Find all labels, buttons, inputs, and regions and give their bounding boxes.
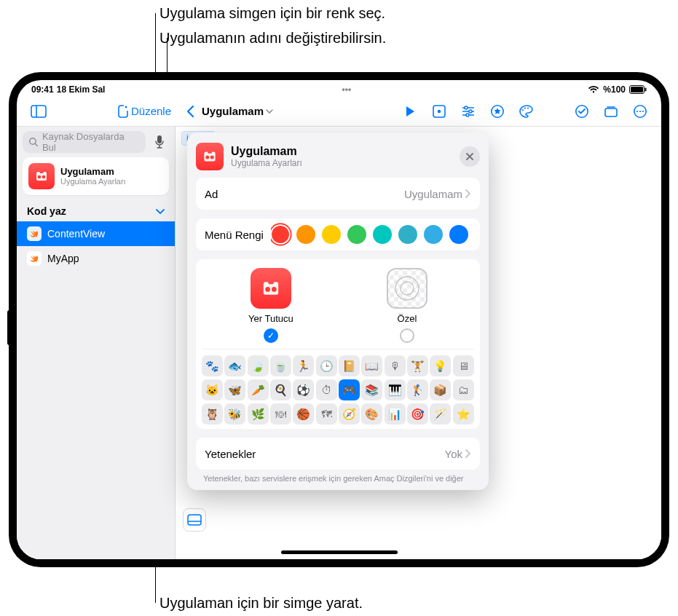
- swift-file-icon: [27, 226, 42, 241]
- icon-grid-item[interactable]: 🐾: [202, 355, 223, 376]
- icon-choice-placeholder[interactable]: Yer Tutucu ✓: [248, 268, 293, 343]
- sidebar-item-contentview[interactable]: ContentView: [17, 221, 175, 246]
- svg-point-31: [205, 156, 209, 159]
- icon-grid-item[interactable]: 🍵: [270, 355, 291, 376]
- svg-rect-3: [31, 106, 46, 117]
- svg-rect-29: [188, 515, 201, 525]
- home-indicator[interactable]: [281, 550, 398, 554]
- icon-grid-item[interactable]: 🎨: [361, 403, 382, 425]
- icon-grid-item[interactable]: 📊: [385, 403, 406, 425]
- color-swatch[interactable]: [398, 225, 417, 244]
- capabilities-footnote: Yetenekler, bazı servislere erişmek için…: [187, 474, 489, 490]
- chevron-right-icon: [465, 188, 471, 200]
- icon-choice-custom[interactable]: Özel: [387, 268, 427, 343]
- icon-grid-item[interactable]: 🏋: [407, 355, 428, 376]
- icon-grid-item[interactable]: 🎙: [385, 355, 406, 376]
- icon-grid-item[interactable]: 🥕: [248, 379, 269, 400]
- status-date: 18 Ekim Sal: [57, 84, 106, 95]
- svg-point-7: [438, 109, 441, 112]
- color-swatch[interactable]: [424, 225, 443, 244]
- svg-point-5: [125, 106, 127, 108]
- search-input[interactable]: Kaynak Dosyalarda Bul: [23, 131, 146, 153]
- icon-grid-item[interactable]: 📚: [361, 379, 382, 400]
- svg-rect-1: [631, 87, 643, 92]
- check-circle-icon[interactable]: [574, 103, 590, 119]
- back-button[interactable]: [181, 100, 199, 123]
- name-cell[interactable]: Ad Uygulamam: [196, 178, 480, 210]
- radio-checked[interactable]: ✓: [264, 328, 278, 343]
- popover-title: Uygulamam: [231, 145, 302, 158]
- icon-grid-item[interactable]: 🎯: [407, 403, 428, 425]
- color-swatch[interactable]: [322, 225, 341, 244]
- run-button[interactable]: [402, 103, 418, 119]
- multitask-dots[interactable]: •••: [342, 84, 352, 95]
- color-swatch[interactable]: [272, 226, 289, 243]
- color-swatch[interactable]: [296, 225, 315, 244]
- icon-grid-item[interactable]: 🦉: [202, 403, 223, 425]
- icon-grid-item[interactable]: 🎮: [339, 379, 360, 400]
- icon-grid-item[interactable]: 🎹: [385, 379, 406, 400]
- toolbar-title[interactable]: Uygulamam: [202, 105, 273, 117]
- icon-grid-item[interactable]: 🦋: [224, 379, 245, 400]
- icon-grid-item[interactable]: 🐝: [224, 403, 245, 425]
- icon-grid-item[interactable]: ⏱: [316, 379, 337, 400]
- icon-grid-item[interactable]: 🗺: [316, 403, 337, 425]
- palette-icon[interactable]: [519, 103, 535, 119]
- svg-point-9: [465, 106, 468, 109]
- icon-grid-item[interactable]: 📦: [430, 379, 451, 400]
- icon-grid-item[interactable]: 🧭: [339, 403, 360, 425]
- icon-grid-item[interactable]: 🏃: [293, 355, 314, 376]
- color-swatch[interactable]: [449, 225, 468, 244]
- color-label: Menü Rengi: [205, 229, 264, 241]
- sidebar-item-myapp[interactable]: MyApp: [17, 246, 175, 271]
- console-toggle-button[interactable]: [183, 508, 206, 532]
- svg-point-32: [210, 156, 214, 159]
- app-icon: [196, 143, 224, 170]
- capabilities-cell[interactable]: Yetenekler Yok: [196, 438, 480, 470]
- icon-grid-item[interactable]: 🪄: [430, 403, 451, 425]
- color-cell: Menü Rengi: [196, 218, 480, 250]
- svg-point-22: [639, 110, 641, 111]
- star-icon[interactable]: [489, 103, 505, 119]
- callout-icon: Uygulaman için bir simge yarat.: [159, 595, 363, 612]
- color-swatch[interactable]: [347, 225, 366, 244]
- name-value: Uygulamam: [404, 188, 462, 200]
- svg-point-21: [636, 110, 638, 111]
- preview-button[interactable]: [431, 103, 447, 119]
- close-button[interactable]: [460, 146, 480, 167]
- icon-grid-item[interactable]: 🍽: [270, 403, 291, 425]
- radio-unchecked[interactable]: [400, 328, 414, 343]
- icon-grid-item[interactable]: 🕒: [316, 355, 337, 376]
- settings-sliders-icon[interactable]: [460, 103, 476, 119]
- icon-grid-item[interactable]: 🏀: [293, 403, 314, 425]
- icon-grid-item[interactable]: 📖: [361, 355, 382, 376]
- icon-grid-item[interactable]: 🍳: [270, 379, 291, 400]
- icon-grid-item[interactable]: 🍃: [248, 355, 269, 376]
- sidebar: Kaynak Dosyalarda Bul Uygulamam Uygulama…: [17, 127, 176, 559]
- icon-grid-item[interactable]: ⚽: [293, 379, 314, 400]
- icon-grid-item[interactable]: 🗂: [453, 379, 474, 400]
- edit-button[interactable]: Düzenle: [117, 105, 171, 118]
- icon-grid-item[interactable]: 🏌: [407, 379, 428, 400]
- color-swatch[interactable]: [373, 225, 392, 244]
- app-card-title: Uygulamam: [60, 166, 126, 178]
- capabilities-label: Yetenekler: [205, 448, 256, 460]
- icon-grid-item[interactable]: 🌿: [248, 403, 269, 425]
- icon-grid-item[interactable]: 🐱: [202, 379, 223, 400]
- sidebar-toggle-icon[interactable]: [27, 100, 50, 123]
- dictation-button[interactable]: [150, 131, 169, 153]
- icon-grid-item[interactable]: 🐟: [224, 355, 245, 376]
- app-card-subtitle: Uygulama Ayarları: [60, 177, 126, 186]
- library-icon[interactable]: [603, 103, 619, 119]
- app-settings-card[interactable]: Uygulamam Uygulama Ayarları: [23, 157, 169, 195]
- sidebar-section-header[interactable]: Kod yaz: [17, 202, 175, 220]
- icon-grid-item[interactable]: 💡: [430, 355, 451, 376]
- icon-grid-item[interactable]: 🖥: [453, 355, 474, 376]
- status-bar: 09:41 18 Ekim Sal ••• %100: [17, 80, 661, 96]
- search-icon: [28, 137, 39, 147]
- svg-rect-26: [157, 135, 162, 143]
- icon-grid-item[interactable]: ⭐: [453, 403, 474, 425]
- chevron-down-icon: [156, 205, 165, 217]
- more-icon[interactable]: [632, 103, 648, 119]
- icon-grid-item[interactable]: 📔: [339, 355, 360, 376]
